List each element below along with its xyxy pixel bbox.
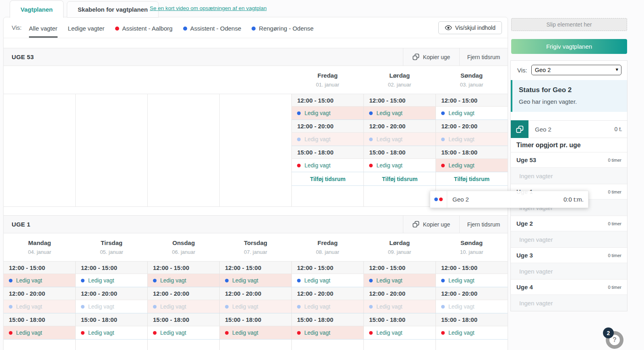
release-schedule-button[interactable]: Frigiv vagtplanen	[511, 39, 627, 54]
schedule-panel: Vis: Alle vagterLedige vagterAssistent -…	[3, 17, 508, 350]
shift-dot-icon	[369, 331, 373, 335]
notification-badge[interactable]: 2	[603, 327, 614, 338]
timeslot-label: 15:00 - 18:00	[436, 313, 508, 326]
open-shift-cell[interactable]: Ledig vagt	[219, 274, 291, 287]
shift-label: Ledig vagt	[160, 277, 186, 284]
shift-dot-icon	[153, 305, 157, 309]
sidebar-week-empty: Ingen vagter	[511, 294, 627, 311]
open-shift-cell[interactable]: Ledig vagt	[291, 159, 363, 172]
day-name: Onsdag	[148, 239, 220, 246]
timeslot-label: 12:00 - 20:00	[363, 287, 436, 300]
open-shift-cell[interactable]: Ledig vagt	[436, 326, 508, 339]
open-shift-cell[interactable]: Ledig vagt	[436, 300, 508, 313]
drop-target[interactable]: Slip elementet her	[511, 18, 627, 31]
filter-item[interactable]: Assistent - Odense	[183, 17, 242, 38]
open-shift-cell[interactable]: Ledig vagt	[363, 326, 436, 339]
open-shift-cell[interactable]: Ledig vagt	[4, 274, 75, 287]
sidebar-week-name: Uge 2	[516, 220, 608, 227]
day-header-row: Mandag04. januarTirsdag05. januarOnsdag0…	[4, 233, 508, 261]
toggle-content-button[interactable]: Vis/skjul indhold	[438, 21, 502, 34]
open-shift-cell[interactable]: Ledig vagt	[363, 274, 436, 287]
filter-item[interactable]: Assistent - Aalborg	[115, 17, 173, 38]
dragged-geo-name: Geo 2	[452, 196, 564, 203]
tab-bar: Vagtplanen Skabelon for vagtplanen	[10, 0, 162, 18]
day-header: Onsdag06. januar	[148, 239, 220, 255]
open-shift-cell[interactable]: Ledig vagt	[436, 274, 508, 287]
day-header: Mandag04. januar	[4, 239, 76, 255]
shift-label: Ledig vagt	[232, 329, 258, 336]
open-shift-cell[interactable]: Ledig vagt	[436, 133, 508, 146]
shift-dot-icon	[297, 331, 301, 335]
shift-label: Ledig vagt	[16, 277, 42, 284]
shift-label: Ledig vagt	[304, 162, 330, 169]
open-shift-cell[interactable]: Ledig vagt	[291, 133, 363, 146]
open-shift-cell[interactable]: Ledig vagt	[219, 300, 291, 313]
shift-dot-icon	[441, 138, 445, 141]
dragged-geo-element[interactable]: Geo 2 0:0 t:m.	[430, 191, 588, 208]
tab-skabelon[interactable]: Skabelon for vagtplanen	[67, 1, 159, 18]
open-shift-cell[interactable]: Ledig vagt	[363, 300, 436, 313]
open-shift-cell[interactable]: Ledig vagt	[291, 274, 363, 287]
sidebar-week-empty: Ingen vagter	[511, 263, 627, 279]
open-shift-cell[interactable]: Ledig vagt	[363, 133, 436, 146]
sidebar-week-hours: 0 timer	[608, 189, 621, 194]
shift-label: Ledig vagt	[448, 303, 475, 310]
day-name: Søndag	[436, 239, 508, 246]
open-shift-cell[interactable]: Ledig vagt	[75, 274, 147, 287]
open-shift-cell[interactable]: Ledig vagt	[363, 107, 436, 119]
filter-item[interactable]: Ledige vagter	[68, 17, 105, 38]
open-shift-cell[interactable]: Ledig vagt	[291, 107, 363, 119]
day-header-row: Fredag01. januarLørdag02. januarSøndag03…	[4, 66, 508, 94]
copy-week-button[interactable]: Kopier uge	[403, 216, 459, 233]
shift-dot-icon	[441, 279, 445, 282]
geo-draggable-item[interactable]: Geo 2 0 t.	[511, 120, 627, 138]
open-shift-cell[interactable]: Ledig vagt	[436, 159, 508, 172]
add-timeslot-link[interactable]: Tilføj tidsrum	[436, 172, 508, 185]
open-shift-cell[interactable]: Ledig vagt	[219, 326, 291, 339]
copy-week-button[interactable]: Kopier uge	[403, 48, 459, 66]
shift-label: Ledig vagt	[376, 303, 402, 310]
open-shift-cell[interactable]: Ledig vagt	[363, 159, 436, 172]
category-dots-icon	[430, 191, 447, 208]
help-button[interactable]: ? 2	[606, 331, 623, 349]
day-name: Fredag	[291, 239, 363, 246]
open-shift-cell[interactable]: Ledig vagt	[147, 274, 219, 287]
remove-timeslot-button[interactable]: Fjern tidsrum	[459, 216, 508, 233]
open-shift-cell[interactable]: Ledig vagt	[291, 326, 363, 339]
open-shift-cell[interactable]: Ledig vagt	[4, 326, 75, 339]
sidebar-week-row: Uge 40 timer	[511, 279, 627, 294]
open-shift-cell[interactable]: Ledig vagt	[75, 326, 147, 339]
category-dot-icon	[252, 27, 256, 31]
geo-select[interactable]: Geo 2	[531, 65, 621, 75]
shift-dot-icon	[153, 331, 157, 335]
add-timeslot-link[interactable]: Tilføj tidsrum	[291, 172, 363, 185]
open-shift-cell[interactable]: Ledig vagt	[147, 326, 219, 339]
open-shift-cell[interactable]: Ledig vagt	[291, 300, 363, 313]
shift-label: Ledig vagt	[376, 277, 402, 284]
filter-item[interactable]: Alle vagter	[29, 17, 58, 38]
shift-dot-icon	[225, 305, 229, 309]
video-help-link[interactable]: Se en kort video om opsætningen af en va…	[150, 5, 266, 11]
open-shift-cell[interactable]: Ledig vagt	[75, 300, 147, 313]
week-title: UGE 53	[4, 48, 403, 66]
remove-timeslot-label: Fjern tidsrum	[467, 221, 500, 228]
sidebar-week-name: Uge 3	[516, 252, 608, 259]
day-name: Søndag	[436, 72, 508, 79]
shift-dot-icon	[369, 164, 373, 167]
shift-dot-icon	[81, 279, 85, 282]
shift-dot-icon	[297, 305, 301, 309]
add-timeslot-link[interactable]: Tilføj tidsrum	[363, 172, 436, 185]
remove-timeslot-button[interactable]: Fjern tidsrum	[459, 48, 508, 66]
geo-item-name: Geo 2	[528, 126, 615, 133]
shift-dot-icon	[153, 279, 157, 282]
timeslot-label: 12:00 - 20:00	[75, 287, 147, 300]
tab-vagtplanen[interactable]: Vagtplanen	[10, 0, 64, 18]
open-shift-cell[interactable]: Ledig vagt	[147, 300, 219, 313]
open-shift-cell[interactable]: Ledig vagt	[436, 107, 508, 119]
shift-label: Ledig vagt	[376, 329, 402, 336]
empty-cell	[363, 340, 436, 350]
sidebar-week-hours: 0 timer	[608, 253, 621, 258]
filter-item[interactable]: Rengøring - Odense	[252, 17, 314, 38]
shift-label: Ledig vagt	[448, 162, 475, 169]
open-shift-cell[interactable]: Ledig vagt	[4, 300, 75, 313]
